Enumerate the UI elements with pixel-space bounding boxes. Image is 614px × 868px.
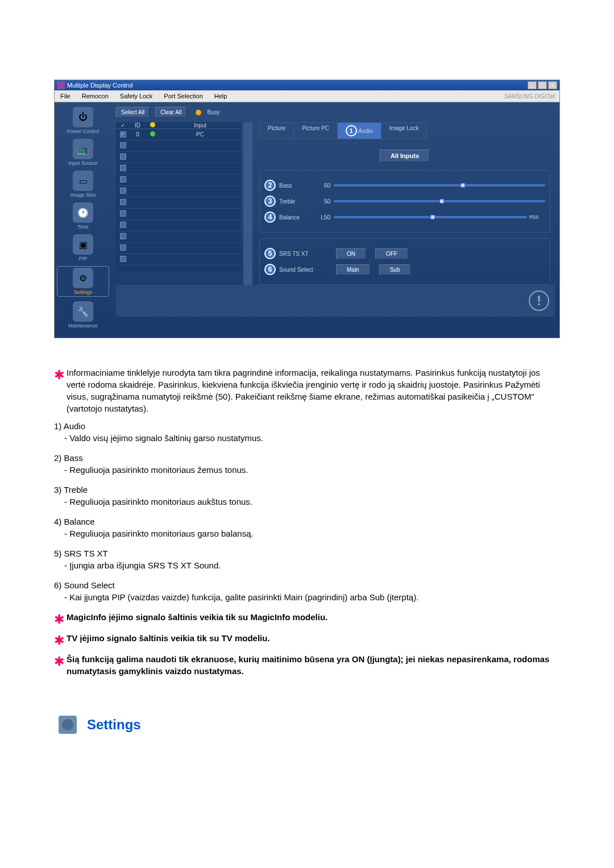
table-row[interactable] [116, 163, 241, 175]
star-icon: ✱ [54, 632, 64, 650]
doc-item-title: 3) Treble [54, 484, 560, 496]
row-checkbox[interactable] [120, 233, 126, 239]
settings-icon: ⚙ [73, 268, 93, 288]
bass-badge: 2 [264, 180, 276, 191]
sidebar-item-time[interactable]: 🕐 Time [57, 202, 109, 230]
row-checkbox[interactable] [120, 131, 126, 138]
doc-item-desc: - Kai įjungta PIP (vaizdas vaizde) funkc… [54, 591, 560, 603]
row-checkbox[interactable] [120, 256, 126, 262]
input-source-icon: 📺 [73, 139, 93, 159]
doc-item-desc: - Reguliuoja pasirinkto monitoriaus aukš… [54, 496, 560, 508]
menu-file[interactable]: File [55, 90, 76, 102]
display-list-panel: ✓ ID Input 0 PC [116, 122, 241, 285]
maintenance-icon: 🔧 [73, 301, 93, 322]
treble-value: 50 [313, 198, 330, 205]
sidebar-item-pip[interactable]: ▣ PIP [57, 234, 109, 261]
select-all-button[interactable]: Select All [116, 107, 150, 118]
sound-sub-button[interactable]: Sub [379, 264, 411, 275]
row-checkbox[interactable] [120, 153, 126, 160]
close-button[interactable]: × [548, 81, 557, 89]
balance-right: R50 [529, 214, 545, 220]
info-icon[interactable]: ! [529, 290, 549, 311]
tab-image-lock[interactable]: Image Lock [381, 122, 428, 139]
row-checkbox[interactable] [120, 142, 126, 148]
doc-item-desc: - Reguliuoja pasirinkto monitoriaus žemu… [54, 464, 560, 476]
col-header-input: Input [159, 122, 241, 128]
row-checkbox[interactable] [120, 176, 126, 182]
menu-safety-lock[interactable]: Safety Lock [114, 90, 158, 102]
settings-heading-title: Settings [87, 717, 141, 733]
table-row[interactable] [116, 152, 241, 163]
app-window: Multiple Display Control _ □ × File Remo… [54, 80, 560, 338]
image-size-icon: ▭ [73, 171, 93, 191]
row-checkbox[interactable] [120, 222, 126, 228]
display-list-body[interactable]: 0 PC [116, 129, 241, 271]
table-row[interactable] [116, 254, 241, 265]
treble-slider[interactable] [334, 200, 545, 202]
menu-help[interactable]: Help [209, 90, 233, 102]
sound-badge: 6 [264, 264, 276, 275]
toggle-group: 5 SRS TS XT ON OFF 6 Sound Select Main S… [259, 238, 550, 285]
sidebar-item-input-source[interactable]: 📺 Input Source [57, 139, 109, 166]
srs-badge: 5 [264, 248, 276, 259]
list-scrollbar[interactable] [243, 122, 252, 285]
app-icon [57, 81, 65, 89]
sidebar-item-settings[interactable]: ⚙ Settings [57, 266, 109, 297]
menu-port-selection[interactable]: Port Selection [158, 90, 208, 102]
doc-item: 1) Audio - Valdo visų įėjimo signalo šal… [54, 420, 560, 444]
pip-icon: ▣ [73, 234, 93, 255]
doc-note3: Šią funkciją galima naudoti tik ekranuos… [67, 653, 560, 677]
table-row[interactable] [116, 231, 241, 243]
row-checkbox[interactable] [120, 165, 126, 171]
table-row[interactable] [116, 140, 241, 152]
bass-slider[interactable] [334, 184, 545, 186]
doc-item-title: 6) Sound Select [54, 579, 560, 591]
tab-picture-pc[interactable]: Picture PC [293, 122, 338, 139]
time-icon: 🕐 [73, 202, 93, 223]
balance-left: L50 [313, 214, 330, 221]
all-inputs-button[interactable]: All Inputs [380, 149, 430, 162]
menubar: File Remocon Safety Lock Port Selection … [55, 90, 559, 102]
doc-item-title: 2) Bass [54, 452, 560, 464]
clear-all-button[interactable]: Clear All [155, 107, 186, 118]
row-status-icon [150, 131, 155, 136]
table-row[interactable]: 0 PC [116, 129, 241, 140]
doc-item: 4) Balance - Reguliuoja pasirinkto monit… [54, 516, 560, 539]
treble-badge: 3 [264, 196, 276, 207]
table-row[interactable] [116, 209, 241, 220]
settings-heading: Settings [54, 711, 560, 738]
bass-label: Bass [279, 182, 313, 189]
settings-section-icon [54, 711, 81, 738]
col-header-id: ID [130, 122, 146, 128]
sidebar-item-maintenance[interactable]: 🔧 Maintenance [57, 301, 109, 329]
table-row[interactable] [116, 220, 241, 231]
sidebar-item-power-control[interactable]: ⏻ Power Control [57, 107, 109, 134]
row-checkbox[interactable] [120, 188, 126, 194]
documentation-text: ✱ Informaciniame tinklelyje nurodyta tam… [54, 367, 560, 677]
doc-item-desc: - Reguliuoja pasirinkto monitoriaus gars… [54, 528, 560, 539]
balance-slider[interactable] [334, 216, 527, 218]
menu-remocon[interactable]: Remocon [76, 90, 114, 102]
doc-item-title: 5) SRS TS XT [54, 547, 560, 559]
row-checkbox[interactable] [120, 199, 126, 205]
tab-picture[interactable]: Picture [259, 122, 294, 139]
table-row[interactable] [116, 175, 241, 186]
srs-on-button[interactable]: ON [336, 248, 366, 259]
sidebar: ⏻ Power Control 📺 Input Source ▭ Image S… [55, 102, 111, 338]
row-checkbox[interactable] [120, 210, 126, 217]
doc-item: 3) Treble - Reguliuoja pasirinkto monito… [54, 484, 560, 508]
sidebar-item-image-size[interactable]: ▭ Image Size [57, 171, 109, 198]
doc-item-title: 1) Audio [54, 420, 560, 432]
row-checkbox[interactable] [120, 244, 126, 251]
table-row[interactable] [116, 197, 241, 209]
tab-audio[interactable]: 1 Audio [337, 122, 381, 139]
star-icon: ✱ [54, 653, 64, 671]
minimize-button[interactable]: _ [528, 81, 537, 89]
table-row[interactable] [116, 186, 241, 197]
maximize-button[interactable]: □ [538, 81, 547, 89]
tab-audio-label: Audio [358, 128, 373, 134]
doc-note1: MagicInfo įėjimo signalo šaltinis veikia… [67, 611, 327, 623]
srs-off-button[interactable]: OFF [375, 248, 408, 259]
table-row[interactable] [116, 243, 241, 254]
sound-main-button[interactable]: Main [336, 264, 370, 275]
